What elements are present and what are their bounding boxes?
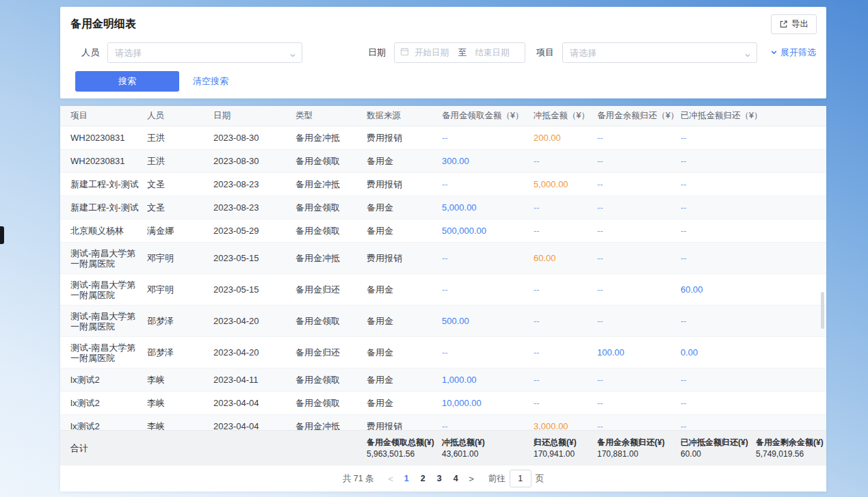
cell-date: 2023-04-20	[213, 316, 295, 326]
cell-balance-return: --	[597, 316, 681, 326]
table-row: 测试-南昌大学第一附属医院邓宇明2023-05-15备用金归还备用金------…	[60, 274, 826, 306]
summary-item: 备用金剩余金额(¥)5,749,019.56	[756, 437, 828, 460]
cell-type: 备用金冲抵	[295, 178, 367, 191]
cell-offset-return: --	[681, 253, 826, 263]
summary-item-value: 5,963,501.56	[367, 448, 438, 460]
cell-source: 备用金	[367, 315, 442, 327]
cell-withdraw: --	[442, 253, 534, 263]
column-header: 项目	[70, 110, 147, 122]
export-button[interactable]: 导出	[771, 14, 817, 34]
table-row: lx测试2李峡2023-04-04备用金领取备用金10,000.00------	[60, 392, 826, 415]
summary-item: 已冲抵金额归还(¥)60.00	[681, 437, 756, 460]
cell-person: 李峡	[147, 420, 213, 431]
cell-balance-return: --	[597, 179, 681, 189]
summary-item: 冲抵总额(¥)43,601.00	[442, 437, 534, 460]
scrollbar-thumb[interactable]	[821, 292, 824, 329]
summary-item-label: 已冲抵金额归还(¥)	[681, 437, 752, 448]
expand-filters-label: 展开筛选	[780, 46, 816, 59]
export-label: 导出	[791, 18, 808, 30]
cell-source: 费用报销	[367, 252, 442, 265]
goto-label: 前往	[488, 473, 505, 485]
table-row: 测试-南昌大学第一附属医院邓宇明2023-05-15备用金冲抵费用报销--60.…	[60, 243, 826, 274]
page-button-2[interactable]: 2	[415, 470, 431, 487]
cell-offset-return: 0.00	[681, 347, 826, 358]
cell-date: 2023-04-20	[213, 347, 295, 358]
cell-person: 邵梦泽	[147, 347, 213, 359]
cell-offset: --	[534, 202, 597, 213]
cell-date: 2023-08-23	[213, 179, 295, 189]
cell-date: 2023-05-29	[213, 226, 295, 236]
cell-balance-return: --	[597, 226, 681, 236]
person-select[interactable]	[107, 42, 302, 63]
column-header: 数据来源	[367, 110, 442, 122]
cell-project: 测试-南昌大学第一附属医院	[70, 311, 147, 332]
cell-type: 备用金领取	[295, 374, 367, 386]
expand-filters-link[interactable]: 展开筛选	[770, 46, 816, 59]
cell-balance-return: --	[597, 253, 681, 263]
cell-offset-return: --	[681, 316, 826, 326]
cell-offset: 3,000.00	[534, 421, 597, 430]
table-row: 测试-南昌大学第一附属医院邵梦泽2023-04-20备用金归还备用金----10…	[60, 337, 826, 368]
cell-project: WH20230831	[70, 156, 147, 166]
page-button-3[interactable]: 3	[431, 470, 447, 487]
search-button[interactable]: 搜索	[75, 71, 179, 92]
cell-type: 备用金领取	[295, 202, 367, 214]
cell-source: 备用金	[367, 155, 442, 167]
summary-item-label: 归还总额(¥)	[534, 437, 593, 448]
drawer-handle[interactable]	[0, 226, 4, 244]
table-row: 测试-南昌大学第一附属医院邵梦泽2023-04-20备用金领取备用金500.00…	[60, 306, 826, 337]
prev-page-button[interactable]: <	[384, 474, 399, 484]
end-date-input[interactable]	[475, 48, 516, 57]
cell-date: 2023-08-30	[213, 133, 295, 143]
cell-balance-return: --	[597, 284, 681, 295]
summary-item: 备用金余额归还(¥)170,881.00	[597, 437, 681, 460]
cell-date: 2023-08-23	[213, 202, 295, 213]
cell-source: 备用金	[367, 397, 442, 409]
summary-item-value: 60.00	[681, 448, 752, 460]
cell-person: 王洪	[147, 155, 213, 167]
cell-person: 邓宇明	[147, 252, 213, 265]
pagination: 共 71 条 < 1234 > 前往 页	[60, 466, 826, 492]
cell-offset: --	[534, 316, 597, 326]
cell-withdraw: 1,000.00	[442, 375, 534, 385]
chevron-down-icon	[770, 48, 778, 58]
project-filter-label: 项目	[536, 46, 554, 59]
project-select[interactable]	[562, 42, 757, 63]
cell-offset-return: --	[681, 156, 826, 166]
start-date-input[interactable]	[415, 48, 456, 57]
cell-offset-return: 60.00	[681, 284, 826, 295]
cell-source: 备用金	[367, 202, 442, 214]
date-separator: 至	[458, 47, 467, 59]
cell-withdraw: 500.00	[442, 316, 534, 326]
title-bar: 备用金明细表 导出	[60, 7, 826, 34]
cell-offset: 60.00	[534, 253, 597, 263]
cell-project: lx测试2	[70, 375, 147, 385]
cell-project: 测试-南昌大学第一附属医院	[70, 248, 147, 269]
cell-source: 备用金	[367, 284, 442, 296]
cell-offset: --	[534, 156, 597, 166]
page-button-4[interactable]: 4	[447, 470, 464, 487]
cell-offset-return: --	[681, 375, 826, 385]
cell-offset: --	[534, 284, 597, 295]
cell-type: 备用金冲抵	[295, 420, 367, 431]
cell-offset-return: --	[681, 398, 826, 408]
summary-item-value: 170,941.00	[534, 448, 593, 460]
cell-person: 邓宇明	[147, 284, 213, 296]
column-header: 类型	[295, 110, 367, 122]
cell-source: 备用金	[367, 225, 442, 237]
goto-page-suffix: 页	[536, 473, 544, 485]
cell-project: 北京顺义杨林	[70, 226, 147, 236]
pagination-total: 共 71 条	[343, 473, 374, 485]
table-row: 新建工程-刘-测试文圣2023-08-23备用金领取备用金5,000.00---…	[60, 196, 826, 219]
cell-offset: --	[534, 375, 597, 385]
cell-date: 2023-08-30	[213, 156, 295, 166]
cell-offset: --	[534, 347, 597, 358]
clear-search-link[interactable]: 清空搜索	[193, 75, 228, 88]
export-icon	[779, 20, 788, 29]
cell-source: 费用报销	[367, 132, 442, 144]
cell-offset-return: --	[681, 179, 826, 189]
goto-page-input[interactable]	[510, 470, 531, 487]
date-range-picker[interactable]: 至	[394, 42, 525, 63]
next-page-button[interactable]: >	[464, 474, 479, 484]
page-button-1[interactable]: 1	[398, 470, 415, 487]
